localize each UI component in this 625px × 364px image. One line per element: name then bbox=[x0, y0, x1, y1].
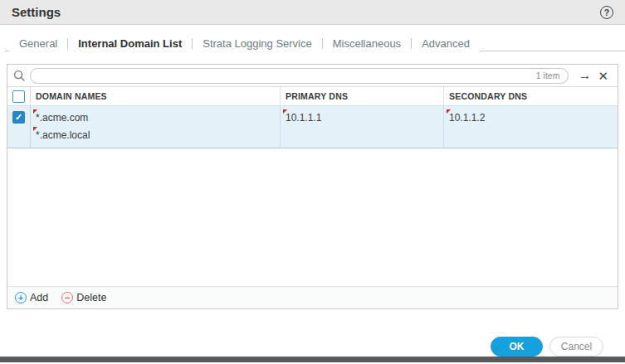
row-checkbox-cell: ✓ bbox=[7, 106, 31, 148]
tab-strata-logging-service[interactable]: Strata Logging Service bbox=[193, 36, 322, 53]
column-header-primary-dns[interactable]: PRIMARY DNS bbox=[280, 87, 443, 105]
primary-dns-cell[interactable]: 10.1.1.1 bbox=[280, 106, 443, 148]
tab-miscellaneous[interactable]: Miscellaneous bbox=[323, 36, 411, 53]
domain-name-value: *.acme.local bbox=[36, 127, 90, 144]
add-button-label: Add bbox=[30, 292, 48, 303]
delete-button[interactable]: − Delete bbox=[61, 292, 106, 303]
tab-advanced[interactable]: Advanced bbox=[412, 36, 480, 53]
domain-names-cell[interactable]: *.acme.com *.acme.local bbox=[31, 106, 280, 148]
search-input[interactable] bbox=[39, 70, 536, 80]
search-field-pill: 1 item bbox=[30, 68, 569, 84]
ok-button[interactable]: OK bbox=[491, 337, 543, 357]
tab-internal-domain-list[interactable]: Internal Domain List bbox=[68, 36, 192, 53]
dialog-actions: OK Cancel bbox=[0, 309, 625, 357]
window-bottom-bar bbox=[0, 357, 625, 362]
search-bar: 1 item → ✕ bbox=[7, 65, 618, 87]
add-icon: + bbox=[15, 292, 27, 303]
dialog-titlebar: Settings ? bbox=[0, 0, 625, 25]
delete-icon: − bbox=[61, 292, 73, 303]
table-header: DOMAIN NAMES PRIMARY DNS SECONDARY DNS bbox=[7, 87, 618, 106]
header-checkbox-cell bbox=[7, 87, 31, 105]
row-checkbox[interactable]: ✓ bbox=[12, 111, 25, 124]
help-icon[interactable]: ? bbox=[600, 6, 613, 19]
primary-dns-value: 10.1.1.1 bbox=[286, 109, 321, 127]
search-go-icon[interactable]: → bbox=[574, 69, 594, 82]
table-footer: + Add − Delete bbox=[7, 286, 618, 308]
delete-button-label: Delete bbox=[76, 292, 106, 303]
item-count-badge: 1 item bbox=[536, 70, 560, 80]
search-icon bbox=[13, 70, 26, 82]
secondary-dns-cell[interactable]: 10.1.1.2 bbox=[443, 106, 618, 148]
table-empty-area bbox=[7, 148, 618, 286]
tab-bar: General Internal Domain List Strata Logg… bbox=[0, 35, 625, 53]
tab-general[interactable]: General bbox=[9, 36, 67, 53]
search-clear-icon[interactable]: ✕ bbox=[594, 70, 612, 82]
domain-name-value: *.acme.com bbox=[36, 109, 88, 127]
table-row[interactable]: ✓ *.acme.com *.acme.local 10.1.1.1 10.1.… bbox=[7, 106, 618, 148]
add-button[interactable]: + Add bbox=[15, 292, 48, 303]
cancel-button[interactable]: Cancel bbox=[549, 337, 603, 357]
secondary-dns-value: 10.1.1.2 bbox=[449, 109, 485, 127]
select-all-checkbox[interactable] bbox=[12, 90, 25, 103]
column-header-domain-names[interactable]: DOMAIN NAMES bbox=[31, 91, 280, 101]
domain-list-panel: 1 item → ✕ DOMAIN NAMES PRIMARY DNS SECO… bbox=[7, 64, 618, 309]
check-icon: ✓ bbox=[15, 112, 22, 123]
column-header-secondary-dns[interactable]: SECONDARY DNS bbox=[443, 87, 618, 105]
dialog-title: Settings bbox=[12, 5, 61, 19]
